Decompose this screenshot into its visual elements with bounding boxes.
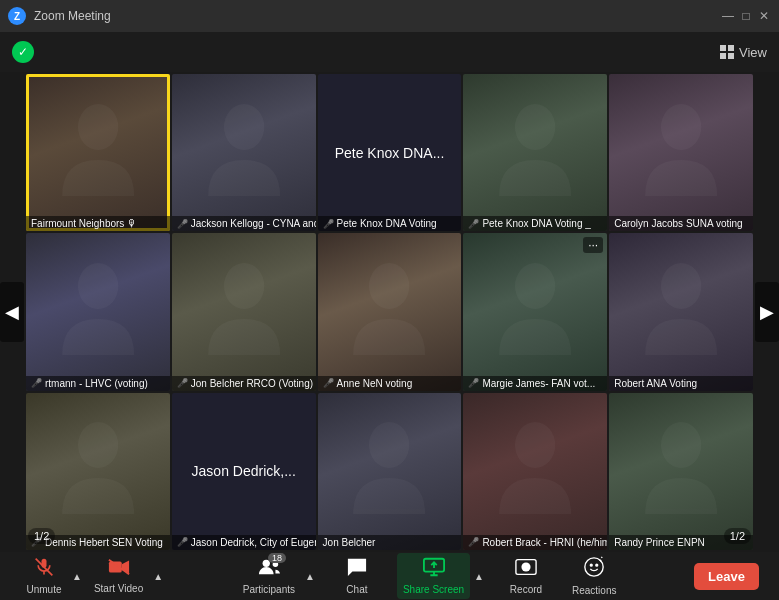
participant-label: 🎤Jon Belcher RRCO (Voting) xyxy=(172,376,316,391)
video-cell-5[interactable]: Carolyn Jacobs SUNA voting xyxy=(609,74,753,231)
chat-label: Chat xyxy=(346,584,367,595)
video-caret[interactable]: ▲ xyxy=(151,571,165,582)
prev-page-button[interactable]: ◀ xyxy=(0,282,24,342)
share-screen-label: Share Screen xyxy=(403,584,464,595)
participant-video xyxy=(463,233,607,390)
shield-icon: ✓ xyxy=(12,41,34,63)
video-cell-6[interactable]: 🎤rtmann - LHVC (voting) xyxy=(26,233,170,390)
view-button[interactable]: View xyxy=(720,45,767,60)
video-cell-13[interactable]: Jon Belcher xyxy=(318,393,462,550)
share-screen-button[interactable]: Share Screen xyxy=(397,553,470,599)
participant-name-only: Pete Knox DNA... xyxy=(318,74,462,231)
reactions-button[interactable]: Reactions xyxy=(566,552,622,600)
participant-name: Robert Brack - HRNI (he/him) xyxy=(482,537,607,548)
participant-name: Pete Knox DNA Voting _ xyxy=(482,218,590,229)
participant-video xyxy=(318,393,462,550)
svg-point-8 xyxy=(661,263,701,309)
record-icon xyxy=(515,557,537,582)
next-page-button[interactable]: ▶ xyxy=(755,282,779,342)
participant-label: 🎤Anne NeN voting xyxy=(318,376,462,391)
leave-button[interactable]: Leave xyxy=(694,563,759,590)
window-title: Zoom Meeting xyxy=(34,9,111,23)
participant-name: Jackson Kellogg - CYNA and NL... xyxy=(191,218,316,229)
participant-name: Randy Prince ENPN xyxy=(614,537,705,548)
participant-video xyxy=(609,393,753,550)
video-cell-15[interactable]: Randy Prince ENPN xyxy=(609,393,753,550)
start-video-button[interactable]: Start Video xyxy=(88,554,149,598)
participants-icon: 18 xyxy=(258,557,280,582)
svg-point-5 xyxy=(224,263,264,309)
top-bar: ✓ View xyxy=(0,32,779,72)
participant-video xyxy=(609,233,753,390)
svg-point-4 xyxy=(78,263,118,309)
svg-point-9 xyxy=(78,422,118,468)
page-indicator-left: 1/2 xyxy=(28,528,55,544)
video-cell-10[interactable]: Robert ANA Voting xyxy=(609,233,753,390)
reactions-icon xyxy=(583,556,605,583)
participant-label: Fairmount Neighbors 🎙 xyxy=(26,216,170,231)
chat-icon xyxy=(346,557,368,582)
svg-point-2 xyxy=(515,104,555,150)
toolbar-center: 18 Participants ▲ Chat xyxy=(237,552,623,600)
participant-name: Margie James- FAN vot... xyxy=(482,378,595,389)
svg-point-25 xyxy=(596,564,598,566)
chat-button[interactable]: Chat xyxy=(333,553,381,599)
video-cell-9[interactable]: 🎤Margie James- FAN vot...··· xyxy=(463,233,607,390)
record-label: Record xyxy=(510,584,542,595)
grid-view-icon xyxy=(720,45,734,59)
svg-point-12 xyxy=(661,422,701,468)
participants-button[interactable]: 18 Participants xyxy=(237,553,301,599)
participant-name: Pete Knox DNA Voting xyxy=(337,218,437,229)
svg-point-6 xyxy=(369,263,409,309)
close-button[interactable]: ✕ xyxy=(757,9,771,23)
maximize-button[interactable]: □ xyxy=(739,9,753,23)
participant-name: Robert ANA Voting xyxy=(614,378,697,389)
svg-point-21 xyxy=(521,562,530,571)
svg-point-7 xyxy=(515,263,555,309)
unmute-button[interactable]: Unmute xyxy=(20,553,68,599)
video-cell-12[interactable]: Jason Dedrick,...🎤Jason Dedrick, City of… xyxy=(172,393,316,550)
participant-video xyxy=(463,393,607,550)
participant-label: Jon Belcher xyxy=(318,535,462,550)
video-grid: Fairmount Neighbors 🎙 🎤Jackson Kellogg -… xyxy=(0,72,779,552)
minimize-button[interactable]: — xyxy=(721,9,735,23)
participant-label: 🎤Jackson Kellogg - CYNA and NL... xyxy=(172,216,316,231)
participant-name-only: Jason Dedrick,... xyxy=(172,393,316,550)
participant-label: Carolyn Jacobs SUNA voting xyxy=(609,216,753,231)
video-cell-8[interactable]: 🎤Anne NeN voting xyxy=(318,233,462,390)
video-cell-14[interactable]: 🎤Robert Brack - HRNI (he/him) xyxy=(463,393,607,550)
record-button[interactable]: Record xyxy=(502,553,550,599)
participant-label: Robert ANA Voting xyxy=(609,376,753,391)
video-cell-3[interactable]: Pete Knox DNA...🎤Pete Knox DNA Voting xyxy=(318,74,462,231)
security-badge: ✓ xyxy=(12,41,34,63)
window-controls: — □ ✕ xyxy=(721,9,771,23)
participants-caret[interactable]: ▲ xyxy=(303,571,317,582)
participant-name: rtmann - LHVC (voting) xyxy=(45,378,148,389)
video-cell-11[interactable]: 🎤Dennis Hebert SEN Voting xyxy=(26,393,170,550)
participant-video xyxy=(172,74,316,231)
share-screen-caret[interactable]: ▲ xyxy=(472,571,486,582)
video-cell-1[interactable]: Fairmount Neighbors 🎙 xyxy=(26,74,170,231)
participants-badge: 18 xyxy=(268,553,286,563)
share-screen-icon xyxy=(423,557,445,582)
cell-menu-button[interactable]: ··· xyxy=(583,237,603,253)
video-cell-4[interactable]: 🎤Pete Knox DNA Voting _ xyxy=(463,74,607,231)
participant-name: Fairmount Neighbors 🎙 xyxy=(31,218,137,229)
page-indicator-right: 1/2 xyxy=(724,528,751,544)
participant-label: 🎤Margie James- FAN vot... xyxy=(463,376,607,391)
svg-point-11 xyxy=(515,422,555,468)
svg-point-24 xyxy=(591,564,593,566)
video-icon xyxy=(108,558,130,581)
reactions-label: Reactions xyxy=(572,585,616,596)
participant-video xyxy=(318,233,462,390)
title-bar: Z Zoom Meeting — □ ✕ xyxy=(0,0,779,32)
participant-label: 🎤Pete Knox DNA Voting _ xyxy=(463,216,607,231)
participant-name: Dennis Hebert SEN Voting xyxy=(45,537,163,548)
toolbar: Unmute ▲ Start Video ▲ xyxy=(0,552,779,600)
video-cell-7[interactable]: 🎤Jon Belcher RRCO (Voting) xyxy=(172,233,316,390)
participant-label: 🎤rtmann - LHVC (voting) xyxy=(26,376,170,391)
video-cell-2[interactable]: 🎤Jackson Kellogg - CYNA and NL... xyxy=(172,74,316,231)
participant-video xyxy=(26,74,170,231)
svg-point-1 xyxy=(224,104,264,150)
unmute-caret[interactable]: ▲ xyxy=(70,571,84,582)
